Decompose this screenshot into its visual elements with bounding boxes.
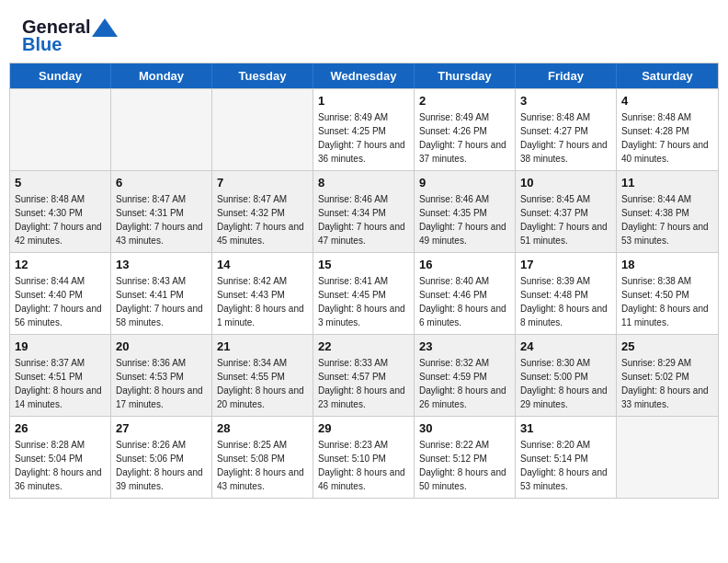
day-number: 6 [116,176,207,190]
day-info: Sunrise: 8:36 AMSunset: 4:53 PMDaylight:… [116,356,207,411]
day-number: 23 [419,339,510,353]
day-number: 28 [217,421,308,435]
day-info: Sunrise: 8:47 AMSunset: 4:31 PMDaylight:… [116,192,207,247]
day-number: 17 [520,258,611,271]
day-number: 3 [520,94,611,108]
cal-cell: 16Sunrise: 8:40 AMSunset: 4:46 PMDayligh… [415,253,516,334]
day-info: Sunrise: 8:44 AMSunset: 4:40 PMDaylight:… [15,274,106,329]
day-number: 13 [116,258,207,271]
header-saturday: Saturday [617,63,718,88]
day-number: 30 [419,421,510,435]
header-tuesday: Tuesday [212,63,313,88]
cal-cell: 30Sunrise: 8:22 AMSunset: 5:12 PMDayligh… [415,417,516,498]
cal-cell: 17Sunrise: 8:39 AMSunset: 4:48 PMDayligh… [516,253,617,334]
cal-cell: 7Sunrise: 8:47 AMSunset: 4:32 PMDaylight… [212,171,313,252]
day-info: Sunrise: 8:43 AMSunset: 4:41 PMDaylight:… [116,274,207,329]
cal-cell: 22Sunrise: 8:33 AMSunset: 4:57 PMDayligh… [313,335,415,416]
day-info: Sunrise: 8:33 AMSunset: 4:57 PMDaylight:… [318,356,409,411]
day-number: 10 [520,176,611,190]
day-number: 12 [15,258,106,271]
day-number: 24 [520,339,611,353]
day-info: Sunrise: 8:26 AMSunset: 5:06 PMDaylight:… [116,438,207,493]
cal-cell: 12Sunrise: 8:44 AMSunset: 4:40 PMDayligh… [10,253,111,334]
cal-cell: 18Sunrise: 8:38 AMSunset: 4:50 PMDayligh… [617,253,718,334]
logo: General Blue [22,17,118,55]
day-info: Sunrise: 8:41 AMSunset: 4:45 PMDaylight:… [318,274,409,329]
day-number: 27 [116,421,207,435]
day-info: Sunrise: 8:32 AMSunset: 4:59 PMDaylight:… [419,356,510,411]
cal-cell: 4Sunrise: 8:48 AMSunset: 4:28 PMDaylight… [617,89,718,170]
day-info: Sunrise: 8:40 AMSunset: 4:46 PMDaylight:… [419,274,510,329]
cal-cell: 25Sunrise: 8:29 AMSunset: 5:02 PMDayligh… [617,335,718,416]
day-number: 2 [419,94,510,108]
day-info: Sunrise: 8:20 AMSunset: 5:14 PMDaylight:… [520,438,611,493]
day-info: Sunrise: 8:44 AMSunset: 4:38 PMDaylight:… [621,192,713,247]
cal-cell: 1Sunrise: 8:49 AMSunset: 4:25 PMDaylight… [313,89,415,170]
cal-cell: 13Sunrise: 8:43 AMSunset: 4:41 PMDayligh… [111,253,212,334]
logo-blue: Blue [22,34,62,55]
cal-cell: 24Sunrise: 8:30 AMSunset: 5:00 PMDayligh… [516,335,617,416]
day-info: Sunrise: 8:38 AMSunset: 4:50 PMDaylight:… [621,274,713,329]
cal-cell: 15Sunrise: 8:41 AMSunset: 4:45 PMDayligh… [313,253,415,334]
week-row-2: 12Sunrise: 8:44 AMSunset: 4:40 PMDayligh… [10,252,718,334]
day-number: 14 [217,258,308,271]
day-info: Sunrise: 8:47 AMSunset: 4:32 PMDaylight:… [217,192,308,247]
cal-cell [10,89,111,170]
cal-cell: 23Sunrise: 8:32 AMSunset: 4:59 PMDayligh… [415,335,516,416]
page-header: General Blue [0,0,728,63]
cal-cell [111,89,212,170]
day-info: Sunrise: 8:37 AMSunset: 4:51 PMDaylight:… [15,356,106,411]
day-info: Sunrise: 8:34 AMSunset: 4:55 PMDaylight:… [217,356,308,411]
day-info: Sunrise: 8:30 AMSunset: 5:00 PMDaylight:… [520,356,611,411]
cal-cell: 3Sunrise: 8:48 AMSunset: 4:27 PMDaylight… [516,89,617,170]
day-info: Sunrise: 8:49 AMSunset: 4:26 PMDaylight:… [419,110,510,166]
cal-cell: 14Sunrise: 8:42 AMSunset: 4:43 PMDayligh… [212,253,313,334]
cal-cell: 21Sunrise: 8:34 AMSunset: 4:55 PMDayligh… [212,335,313,416]
day-number: 31 [520,421,611,435]
day-number: 7 [217,176,308,190]
header-monday: Monday [111,63,212,88]
day-info: Sunrise: 8:23 AMSunset: 5:10 PMDaylight:… [318,438,409,493]
cal-cell: 28Sunrise: 8:25 AMSunset: 5:08 PMDayligh… [212,417,313,498]
calendar-header: SundayMondayTuesdayWednesdayThursdayFrid… [10,63,718,88]
week-row-3: 19Sunrise: 8:37 AMSunset: 4:51 PMDayligh… [10,334,718,416]
day-number: 1 [318,94,409,108]
day-info: Sunrise: 8:22 AMSunset: 5:12 PMDaylight:… [419,438,510,493]
day-number: 29 [318,421,409,435]
header-thursday: Thursday [415,63,516,88]
day-info: Sunrise: 8:46 AMSunset: 4:35 PMDaylight:… [419,192,510,247]
header-friday: Friday [516,63,617,88]
day-number: 16 [419,258,510,271]
day-info: Sunrise: 8:29 AMSunset: 5:02 PMDaylight:… [621,356,713,411]
day-info: Sunrise: 8:28 AMSunset: 5:04 PMDaylight:… [15,438,106,493]
day-info: Sunrise: 8:48 AMSunset: 4:28 PMDaylight:… [621,110,713,166]
cal-cell: 10Sunrise: 8:45 AMSunset: 4:37 PMDayligh… [516,171,617,252]
calendar-body: 1Sunrise: 8:49 AMSunset: 4:25 PMDaylight… [10,88,718,498]
logo-icon [92,18,118,37]
day-number: 25 [621,339,713,353]
cal-cell [617,417,718,498]
header-wednesday: Wednesday [313,63,415,88]
day-number: 20 [116,339,207,353]
day-number: 21 [217,339,308,353]
cal-cell: 29Sunrise: 8:23 AMSunset: 5:10 PMDayligh… [313,417,415,498]
cal-cell: 6Sunrise: 8:47 AMSunset: 4:31 PMDaylight… [111,171,212,252]
cal-cell: 19Sunrise: 8:37 AMSunset: 4:51 PMDayligh… [10,335,111,416]
day-info: Sunrise: 8:49 AMSunset: 4:25 PMDaylight:… [318,110,409,166]
cal-cell: 8Sunrise: 8:46 AMSunset: 4:34 PMDaylight… [313,171,415,252]
day-number: 8 [318,176,409,190]
day-info: Sunrise: 8:39 AMSunset: 4:48 PMDaylight:… [520,274,611,329]
day-number: 9 [419,176,510,190]
cal-cell: 5Sunrise: 8:48 AMSunset: 4:30 PMDaylight… [10,171,111,252]
day-number: 5 [15,176,106,190]
cal-cell: 20Sunrise: 8:36 AMSunset: 4:53 PMDayligh… [111,335,212,416]
week-row-4: 26Sunrise: 8:28 AMSunset: 5:04 PMDayligh… [10,416,718,498]
cal-cell: 2Sunrise: 8:49 AMSunset: 4:26 PMDaylight… [415,89,516,170]
svg-marker-0 [92,18,118,37]
day-number: 15 [318,258,409,271]
cal-cell: 9Sunrise: 8:46 AMSunset: 4:35 PMDaylight… [415,171,516,252]
cal-cell: 26Sunrise: 8:28 AMSunset: 5:04 PMDayligh… [10,417,111,498]
day-number: 4 [621,94,713,108]
week-row-0: 1Sunrise: 8:49 AMSunset: 4:25 PMDaylight… [10,88,718,170]
header-sunday: Sunday [10,63,111,88]
